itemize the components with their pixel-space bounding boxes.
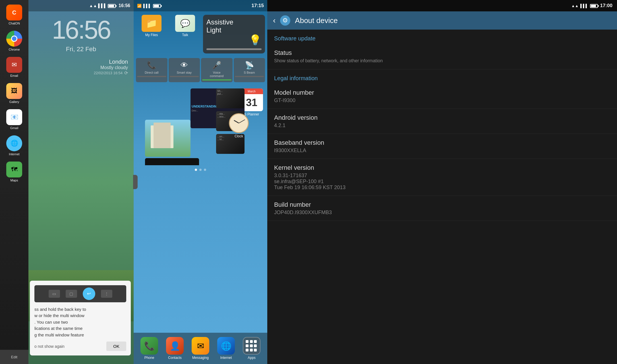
dock-contacts[interactable]: 👤 Contacts <box>166 337 184 360</box>
back-btn-nav[interactable]: ↩ <box>83 288 95 300</box>
checkbox-row: o not show again OK <box>34 342 126 351</box>
ok-button[interactable]: OK <box>106 342 126 351</box>
build-number-item[interactable]: Build number JOP40D.I9300XXUFMB3 <box>267 196 617 221</box>
sidebar-item-gallery[interactable]: 🖼 Gallery <box>1 81 27 105</box>
direct-call-btn[interactable]: 📞 Direct call <box>136 58 167 82</box>
lockscreen-timestamp: 22/02/2013 16:54 ⟳ <box>28 70 134 76</box>
app-dock: 📞 Phone 👤 Contacts ✉ Messaging 🌐 Interne… <box>134 333 267 364</box>
dock-phone[interactable]: 📞 Phone <box>140 337 158 360</box>
legal-information-item[interactable]: Legal information <box>267 69 617 84</box>
page-dot-1[interactable] <box>195 169 197 171</box>
edit-label: Edit <box>11 355 17 359</box>
maps-icon: 🗺 <box>6 162 22 177</box>
assistive-light-widget[interactable]: AssistiveLight 💡 <box>203 15 265 53</box>
chrome-label: Chrome <box>9 48 20 51</box>
messaging-icon: ✉ <box>192 337 209 355</box>
checkbox-label: o not show again <box>34 344 65 349</box>
maps-label: Maps <box>11 179 18 182</box>
voice-command-icon: 🎤 <box>212 61 221 70</box>
clock-hand-hour <box>234 120 239 124</box>
myfiles-icon: 📁 <box>142 15 162 32</box>
apps-grid-icon <box>243 337 260 355</box>
clock-label: Clock <box>235 134 243 138</box>
home-btn[interactable]: ▢ <box>66 290 77 298</box>
about-device-list: Software update Status Show status of ba… <box>267 30 617 364</box>
smart-stay-bar <box>170 76 199 77</box>
baseband-version-value: I9300XXELLA <box>274 148 610 154</box>
smart-stay-btn[interactable]: 👁 Smart stay <box>169 58 200 82</box>
status-desc: Show status of battery, network, and oth… <box>274 58 610 64</box>
assistive-title: AssistiveLight <box>206 18 262 34</box>
p2-battery-icon <box>153 3 161 8</box>
lockscreen-time-status: 16:56 <box>119 3 130 8</box>
about-device-title: About device <box>295 16 338 25</box>
recent-apps-btn[interactable]: ▭ <box>49 290 60 298</box>
signal-icon: ▌▌▌ <box>98 3 107 8</box>
smart-stay-label: Smart stay <box>177 71 192 74</box>
p2-status-icons: 📶 ▌▌▌ <box>137 3 161 8</box>
chrome-icon <box>6 31 22 47</box>
widget-row: 📁 My Files 💬 Talk AssistiveLight 💡 <box>134 13 267 56</box>
quick-settings-bar: 📞 Direct call 👁 Smart stay 🎤 Voicecomman… <box>134 56 267 84</box>
app-thumbnail-building[interactable] <box>145 120 191 157</box>
about-statusbar-time: 17:00 <box>600 3 612 9</box>
voice-command-btn[interactable]: 🎤 Voicecommand <box>201 58 233 82</box>
statusbar-icons: ▲▲ ▌▌▌ 16:56 <box>89 3 130 8</box>
lockscreen-statusbar: ▲▲ ▌▌▌ 16:56 <box>28 0 134 11</box>
page-dot-2[interactable] <box>199 169 202 171</box>
dock-messaging[interactable]: ✉ Messaging <box>192 337 209 360</box>
lockscreen-date: Fri, 22 Feb <box>28 46 134 53</box>
sidebar-item-internet[interactable]: 🌐 Internet <box>1 134 27 158</box>
direct-call-icon: 📞 <box>147 61 156 70</box>
menu-btn[interactable]: ⋮ <box>101 290 112 298</box>
page-dot-3[interactable] <box>204 169 206 171</box>
dock-internet-label: Internet <box>220 356 232 360</box>
about-signal-icon: ▌▌▌ <box>580 4 588 8</box>
lockscreen-location: London <box>28 59 134 65</box>
voice-command-bar <box>202 79 231 80</box>
app-thumbnail-youtube[interactable]: YouTube Harlem Shake (...from Most Popu.… <box>145 158 199 165</box>
build-number-title: Build number <box>274 201 610 208</box>
sidebar-item-gmail[interactable]: 📧 Gmail <box>1 107 27 131</box>
back-button[interactable]: ‹ <box>273 16 276 25</box>
page-indicator <box>134 166 267 173</box>
clock-face <box>229 113 249 133</box>
model-number-item[interactable]: Model number GT-I9300 <box>267 84 617 109</box>
dock-apps[interactable]: Apps <box>243 337 260 360</box>
app-thumbnail-dark1[interactable]: Sh...pul... <box>216 88 245 108</box>
clock-widget[interactable]: Clock <box>227 113 250 138</box>
lockscreen-clock: 16:56 <box>28 17 134 43</box>
phone-icon: 📞 <box>140 337 158 355</box>
model-number-value: GT-I9300 <box>274 98 610 104</box>
multiwindow-dialog: ▭ ▢ ↩ ⋮ ss and hold the back key tow or … <box>30 281 131 356</box>
p2-statusbar: 📶 ▌▌▌ 17:15 <box>134 0 267 11</box>
sidebar-item-chaton[interactable]: C ChatON <box>1 3 27 27</box>
android-version-item[interactable]: Android version 4.2.1 <box>267 109 617 134</box>
smart-stay-icon: 👁 <box>181 61 188 70</box>
wifi-icon: ▲▲ <box>89 3 97 8</box>
p2-signal-icon: ▌▌▌ <box>143 4 151 8</box>
sidebar-handle[interactable] <box>133 175 138 189</box>
sbeam-icon: 📡 <box>245 61 254 70</box>
dock-internet[interactable]: 🌐 Internet <box>217 337 235 360</box>
sbeam-btn[interactable]: 📡 S Beam <box>234 58 265 82</box>
talk-widget[interactable]: 💬 Talk <box>169 15 201 53</box>
software-update-item[interactable]: Software update <box>267 30 617 44</box>
lock-screen: ▲▲ ▌▌▌ 16:56 16:56 Fri, 22 Feb London Mo… <box>28 0 134 364</box>
gallery-label: Gallery <box>9 100 19 104</box>
thumb-building-bg <box>145 120 191 157</box>
kernel-version-item[interactable]: Kernel version 3.0.31-171637 se.infra@SE… <box>267 159 617 196</box>
sidebar-item-email[interactable]: ✉ Email <box>1 55 27 79</box>
app-sidebar: C ChatON Chrome ✉ Email 🖼 Gallery <box>0 0 28 364</box>
status-item[interactable]: Status Show status of battery, network, … <box>267 44 617 69</box>
panel3-about-device: ▲▲ ▌▌▌ 17:00 ‹ ⚙ About device Software u… <box>267 0 617 364</box>
edit-button[interactable]: Edit <box>0 350 28 364</box>
sidebar-item-chrome[interactable]: Chrome <box>1 29 27 53</box>
status-title: Status <box>274 49 610 57</box>
clock-hand-min <box>239 119 245 123</box>
gmail-label: Gmail <box>10 126 18 130</box>
kernel-version-title: Kernel version <box>274 164 610 171</box>
myfiles-widget[interactable]: 📁 My Files <box>136 15 167 53</box>
baseband-version-item[interactable]: Baseband version I9300XXELLA <box>267 134 617 159</box>
sidebar-item-maps[interactable]: 🗺 Maps <box>1 160 27 184</box>
